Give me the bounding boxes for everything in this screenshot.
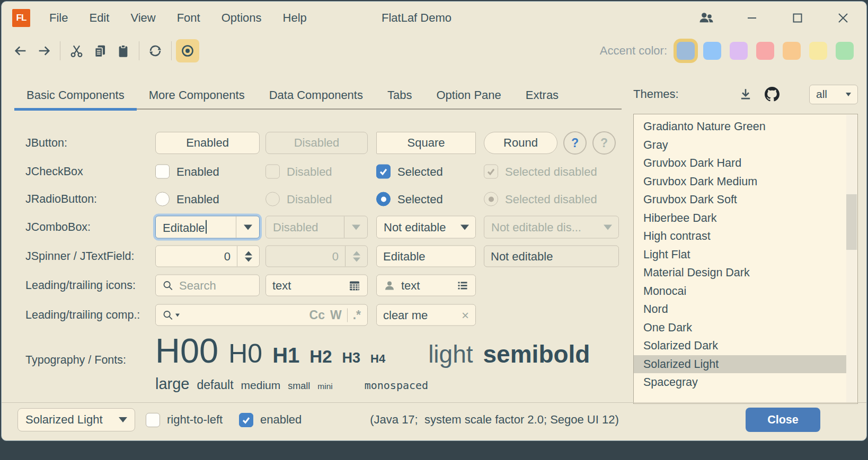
checkbox-enabled[interactable] — [155, 165, 170, 179]
tab-more-components[interactable]: More Components — [137, 81, 257, 110]
help-button[interactable]: ? — [563, 131, 587, 155]
tab-label: Tabs — [387, 88, 412, 102]
tab-extras[interactable]: Extras — [513, 81, 571, 110]
spinner-down-icon[interactable] — [245, 257, 252, 261]
theme-selector-combobox[interactable]: Solarized Light — [17, 408, 135, 431]
menu-help[interactable]: Help — [283, 11, 307, 25]
match-case-button[interactable]: Cc — [309, 308, 325, 322]
combobox-arrow-button[interactable] — [454, 217, 475, 238]
theme-item[interactable]: Gruvbox Dark Medium — [634, 173, 846, 191]
themes-filter-combobox[interactable]: all — [809, 85, 858, 104]
tab-tabs[interactable]: Tabs — [375, 81, 424, 110]
combobox-editable[interactable]: Editable — [155, 216, 260, 239]
row-label: Leading/trailing comp.: — [25, 309, 140, 322]
paste-button[interactable] — [111, 39, 135, 62]
spinner-enabled[interactable]: 0 — [155, 246, 260, 267]
menu-edit[interactable]: Edit — [89, 11, 109, 25]
enabled-button[interactable]: Enabled — [155, 132, 260, 154]
theme-item[interactable]: Hiberbee Dark — [634, 209, 846, 228]
checkbox-label[interactable]: Enabled — [176, 165, 219, 178]
spinner-value[interactable]: 0 — [156, 249, 237, 263]
theme-item[interactable]: Light Flat — [634, 246, 846, 264]
close-window-button[interactable] — [834, 8, 853, 28]
accent-swatch-orange[interactable] — [783, 42, 801, 60]
github-icon[interactable] — [763, 85, 782, 104]
menu-font[interactable]: Font — [177, 11, 200, 25]
round-button[interactable]: Round — [484, 132, 557, 154]
minimize-button[interactable] — [742, 8, 761, 28]
search-field[interactable]: Search — [155, 275, 260, 296]
cut-button[interactable] — [65, 39, 88, 62]
themes-scrollbar-thumb[interactable] — [846, 194, 857, 250]
menu-file[interactable]: File — [49, 11, 68, 25]
combobox-arrow-button[interactable] — [236, 217, 259, 238]
textfield-with-user[interactable]: text — [376, 275, 476, 296]
checkbox-unchecked[interactable] — [146, 413, 160, 427]
right-to-left-checkbox[interactable]: right-to-left — [146, 408, 223, 431]
radio-enabled[interactable] — [155, 192, 170, 206]
textfield-editable[interactable]: Editable — [376, 246, 476, 267]
theme-item[interactable]: Material Design Dark — [634, 264, 846, 282]
theme-item-selected[interactable]: Solarized Light — [634, 355, 846, 374]
accent-swatch-red[interactable] — [756, 42, 774, 60]
copy-button[interactable] — [88, 39, 111, 62]
refresh-button[interactable] — [144, 39, 167, 62]
radio-label[interactable]: Enabled — [176, 192, 219, 206]
h3-sample: H3 — [342, 350, 361, 366]
search-field-with-buttons[interactable]: Cc W .* — [155, 304, 368, 326]
theme-item[interactable]: High contrast — [634, 227, 846, 246]
tab-option-pane[interactable]: Option Pane — [424, 81, 513, 110]
whole-word-button[interactable]: W — [330, 308, 342, 322]
spinner-arrows[interactable] — [237, 246, 259, 267]
maximize-button[interactable] — [788, 8, 807, 28]
radio-label: Disabled — [287, 192, 332, 206]
regex-button[interactable]: .* — [353, 308, 361, 322]
users-icon[interactable] — [697, 8, 716, 28]
tab-data-components[interactable]: Data Components — [257, 81, 375, 110]
accent-swatch-yellow[interactable] — [809, 42, 827, 60]
square-button[interactable]: Square — [376, 132, 476, 154]
accent-swatch-blue[interactable] — [703, 42, 721, 60]
clear-icon[interactable]: × — [462, 308, 469, 322]
theme-item[interactable]: Nord — [634, 300, 846, 319]
checkbox-selected[interactable] — [376, 165, 391, 179]
enabled-checkbox[interactable]: enabled — [239, 408, 302, 431]
forward-button[interactable] — [32, 39, 56, 62]
theme-item[interactable]: Spacegray — [634, 373, 846, 392]
checkbox-label[interactable]: enabled — [260, 413, 302, 427]
theme-item[interactable]: Gradianto Nature Green — [634, 118, 846, 136]
radio-selected[interactable] — [376, 192, 391, 206]
clearable-field[interactable]: clear me × — [376, 304, 476, 326]
theme-item[interactable]: Gruvbox Dark Soft — [634, 191, 846, 209]
combobox-not-editable[interactable]: Not editable — [376, 216, 476, 239]
back-button[interactable] — [9, 39, 32, 62]
checkbox-label[interactable]: right-to-left — [167, 413, 223, 427]
tab-label: Extras — [526, 88, 559, 102]
spinner-up-icon[interactable] — [245, 251, 252, 255]
monospaced-sample: monospaced — [365, 379, 428, 392]
themes-scrollbar[interactable] — [846, 115, 857, 403]
accent-swatch-green[interactable] — [836, 42, 854, 60]
checkbox-label[interactable]: Selected — [397, 165, 443, 178]
textfield-with-calendar[interactable]: text — [265, 275, 368, 296]
menu-view[interactable]: View — [130, 11, 155, 25]
semibold-weight-sample: semibold — [483, 340, 590, 368]
list-menu-icon[interactable] — [456, 279, 469, 292]
accent-swatch-purple[interactable] — [730, 42, 748, 60]
window-controls — [697, 8, 853, 28]
close-button[interactable]: Close — [746, 408, 820, 432]
theme-item[interactable]: Monocai — [634, 282, 846, 301]
theme-item[interactable]: Gray — [634, 136, 846, 155]
radio-label[interactable]: Selected — [397, 192, 443, 206]
theme-item[interactable]: One Dark — [634, 319, 846, 337]
theme-item[interactable]: Solarized Dark — [634, 337, 846, 355]
download-themes-icon[interactable] — [736, 85, 755, 104]
show-hint-toggle-button[interactable] — [176, 39, 199, 62]
tab-basic-components[interactable]: Basic Components — [14, 81, 137, 110]
theme-item[interactable]: Gruvbox Dark Hard — [634, 154, 846, 173]
checkbox-checked[interactable] — [239, 413, 253, 427]
calendar-icon[interactable] — [348, 279, 361, 292]
menu-options[interactable]: Options — [222, 11, 262, 25]
accent-swatch-blue-gray[interactable] — [677, 42, 695, 60]
search-menu-icon[interactable] — [162, 309, 180, 321]
